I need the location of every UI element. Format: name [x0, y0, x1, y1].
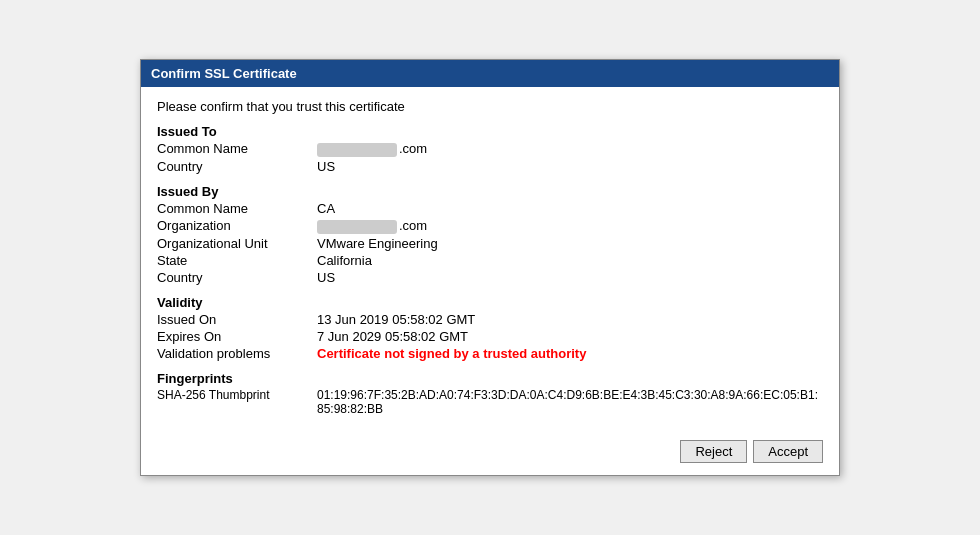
ssl-certificate-dialog: Confirm SSL Certificate Please confirm t…: [140, 59, 840, 475]
issued-on-value: 13 Jun 2019 05:58:02 GMT: [317, 312, 475, 327]
issued-by-state-label: State: [157, 253, 317, 268]
expires-on-label: Expires On: [157, 329, 317, 344]
issued-on-label: Issued On: [157, 312, 317, 327]
issued-by-section-label: Issued By: [157, 184, 823, 199]
issued-to-country-row: Country US: [157, 159, 823, 174]
issued-by-country-label: Country: [157, 270, 317, 285]
issued-to-common-name-label: Common Name: [157, 141, 317, 156]
button-row: Reject Accept: [141, 430, 839, 475]
sha256-value: 01:19:96:7F:35:2B:AD:A0:74:F3:3D:DA:0A:C…: [317, 388, 823, 416]
issued-by-common-name-row: Common Name CA: [157, 201, 823, 216]
fingerprints-section-label: Fingerprints: [157, 371, 823, 386]
issued-by-org-unit-value: VMware Engineering: [317, 236, 438, 251]
dialog-title: Confirm SSL Certificate: [151, 66, 297, 81]
issued-by-country-row: Country US: [157, 270, 823, 285]
validation-problems-value: Certificate not signed by a trusted auth…: [317, 346, 586, 361]
intro-text: Please confirm that you trust this certi…: [157, 99, 823, 114]
validation-problems-row: Validation problems Certificate not sign…: [157, 346, 823, 361]
issued-to-country-value: US: [317, 159, 335, 174]
validity-section-label: Validity: [157, 295, 823, 310]
sha256-label: SHA-256 Thumbprint: [157, 388, 317, 402]
issued-by-common-name-value: CA: [317, 201, 335, 216]
issued-to-section-label: Issued To: [157, 124, 823, 139]
issued-by-common-name-label: Common Name: [157, 201, 317, 216]
validation-problems-label: Validation problems: [157, 346, 317, 361]
issued-by-org-unit-label: Organizational Unit: [157, 236, 317, 251]
issued-by-organization-label: Organization: [157, 218, 317, 233]
sha256-row: SHA-256 Thumbprint 01:19:96:7F:35:2B:AD:…: [157, 388, 823, 416]
issued-by-organization-value: .com: [317, 218, 427, 234]
issued-by-organization-row: Organization .com: [157, 218, 823, 234]
issued-to-common-name-row: Common Name .com: [157, 141, 823, 157]
issued-by-country-value: US: [317, 270, 335, 285]
issued-to-common-name-value: .com: [317, 141, 427, 157]
expires-on-row: Expires On 7 Jun 2029 05:58:02 GMT: [157, 329, 823, 344]
reject-button[interactable]: Reject: [680, 440, 747, 463]
issued-on-row: Issued On 13 Jun 2019 05:58:02 GMT: [157, 312, 823, 327]
issued-by-org-unit-row: Organizational Unit VMware Engineering: [157, 236, 823, 251]
dialog-body: Please confirm that you trust this certi…: [141, 87, 839, 429]
issued-to-country-label: Country: [157, 159, 317, 174]
expires-on-value: 7 Jun 2029 05:58:02 GMT: [317, 329, 468, 344]
blurred-domain-1: [317, 143, 397, 157]
issued-by-state-value: California: [317, 253, 372, 268]
accept-button[interactable]: Accept: [753, 440, 823, 463]
dialog-title-bar: Confirm SSL Certificate: [141, 60, 839, 87]
blurred-domain-2: [317, 220, 397, 234]
issued-by-state-row: State California: [157, 253, 823, 268]
